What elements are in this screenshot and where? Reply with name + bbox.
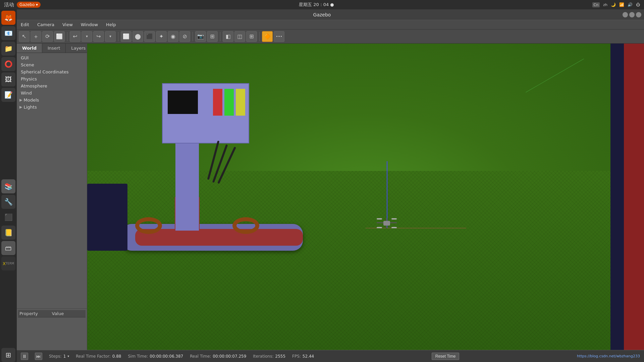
tree-item-lights[interactable]: ▶ Lights — [17, 104, 87, 111]
tree-item-gui-label: GUI — [21, 55, 29, 60]
tree-item-spherical-label: Spherical Coordinates — [21, 69, 69, 74]
dock-icon-grid[interactable]: ⊞ — [1, 348, 15, 362]
steps-dropdown[interactable]: ▾ — [67, 354, 69, 358]
right-structure-red — [624, 44, 644, 362]
lang-cn[interactable]: Cn — [592, 2, 600, 7]
toolbar-undo-btn[interactable]: ↩ — [70, 31, 80, 42]
menu-edit[interactable]: Edit — [17, 21, 33, 28]
toolbar-transform1-btn[interactable]: ◧ — [223, 31, 233, 42]
app-menu-icon[interactable]: Gazebo ▾ — [17, 2, 41, 8]
tree-item-atmosphere-label: Atmosphere — [21, 83, 47, 88]
menu-help[interactable]: Help — [102, 21, 120, 28]
drone-rotor-4 — [391, 227, 397, 228]
reset-time-button[interactable]: Reset Time — [432, 353, 460, 360]
volume-icon[interactable]: 🔊 — [628, 2, 633, 7]
status-bar: ⏸ ⏭ Steps: 1 ▾ Real Time Factor: 0.88 Si… — [17, 350, 644, 362]
toolbar: ↖ + ⟳ ⬜ ↩ ▾ ↪ ▾ ⬜ ⬤ ⬛ ✦ ◉ ⊘ 📷 ⊞ ◧ ◫ ⊞ 🔶 … — [17, 29, 644, 44]
url-link[interactable]: https://blog.csdn.net/wbzhang233 — [577, 354, 640, 358]
toolbar-camera-btn[interactable]: 📷 — [195, 31, 206, 42]
toolbar-transform2-btn[interactable]: ◫ — [234, 31, 245, 42]
dark-box-left — [87, 184, 127, 251]
pause-button[interactable]: ⏸ — [21, 353, 28, 360]
tab-world[interactable]: World — [17, 44, 42, 53]
dock-icon-files[interactable]: 📁 — [1, 42, 15, 56]
tree-item-physics[interactable]: Physics — [17, 75, 87, 82]
dock-icon-xterm[interactable]: XTERM — [1, 256, 15, 270]
theme-icon[interactable]: 🌙 — [611, 2, 616, 7]
rtf-value: 0.88 — [112, 354, 121, 359]
gas-station-display-unit — [162, 83, 249, 143]
tree-item-models[interactable]: ▶ Models — [17, 97, 87, 104]
dock-icon-terminal[interactable]: ⬛ — [1, 210, 15, 224]
toolbar-redo-btn[interactable]: ↪ — [93, 31, 104, 42]
viewport-3d[interactable] — [87, 44, 644, 362]
menu-view[interactable]: View — [58, 21, 77, 28]
realtime-item: Real Time: 00:00:00:07.259 — [190, 354, 246, 359]
steps-label: Steps: — [49, 354, 62, 359]
minimize-button[interactable] — [623, 12, 628, 17]
toolbar-grid-btn[interactable]: ⊞ — [207, 31, 218, 42]
dock-icon-wrench[interactable]: 🔧 — [1, 195, 15, 209]
toolbar-box-btn[interactable]: ⬜ — [121, 31, 131, 42]
toolbar-sphere-btn[interactable]: ⬤ — [132, 31, 143, 42]
power-icon[interactable]: ⏻ — [636, 2, 640, 7]
right-structure — [610, 44, 644, 362]
toolbar-extra-btn[interactable]: ••• — [274, 31, 284, 42]
network-icon[interactable]: 📶 — [619, 2, 624, 7]
panel-yellow — [236, 89, 245, 116]
dock-icon-stack[interactable]: 🗃 — [1, 241, 15, 255]
toolbar-transform3-btn[interactable]: ⊞ — [246, 31, 257, 42]
tab-insert[interactable]: Insert — [42, 44, 66, 53]
toolbar-mesh-btn[interactable]: ⊘ — [179, 31, 190, 42]
dock-icon-settings[interactable]: ⭕ — [1, 57, 15, 71]
activities-icon[interactable]: 活动 — [4, 2, 14, 8]
toolbar-cylinder-btn[interactable]: ⬛ — [144, 31, 155, 42]
realtime-value: 00:00:00:07.259 — [213, 354, 246, 359]
gas-station-model — [115, 83, 310, 251]
drone-rotor-1 — [377, 218, 382, 220]
property-col-header: Property — [19, 311, 52, 316]
lights-arrow-icon: ▶ — [19, 105, 22, 109]
clock-text: 星期五 20：04 ● — [299, 2, 334, 7]
gas-station-platform-red — [135, 229, 303, 246]
toolbar-pointcloud-btn[interactable]: ◉ — [168, 31, 178, 42]
toolbar-rotate-btn[interactable]: ⟳ — [42, 31, 53, 42]
lang-zh[interactable]: zh — [603, 3, 607, 7]
tree-item-atmosphere[interactable]: Atmosphere — [17, 82, 87, 89]
menu-window[interactable]: Window — [77, 21, 102, 28]
toolbar-add-btn[interactable]: + — [31, 31, 41, 42]
tree-item-lights-label: Lights — [23, 105, 37, 110]
toolbar-light-btn[interactable]: ✦ — [156, 31, 167, 42]
tree-item-spherical[interactable]: Spherical Coordinates — [17, 68, 87, 75]
close-button[interactable] — [636, 12, 641, 17]
dock-icon-firefox[interactable]: 🦊 — [1, 11, 15, 25]
ring-right — [232, 217, 259, 234]
menu-camera[interactable]: Camera — [33, 21, 58, 28]
window-controls[interactable] — [623, 12, 641, 17]
main-content: World Insert Layers GUI Scene Spherical … — [17, 44, 644, 362]
tree-item-gui[interactable]: GUI — [17, 54, 87, 61]
dock-icon-image[interactable]: 🖼 — [1, 72, 15, 86]
maximize-button[interactable] — [629, 12, 635, 17]
toolbar-redo-dropdown-btn[interactable]: ▾ — [105, 31, 116, 42]
simtime-value: 00:00:00:06.387 — [150, 354, 183, 359]
dock-icon-notes[interactable]: 📒 — [1, 226, 15, 240]
toolbar-highlight-btn[interactable]: 🔶 — [262, 31, 273, 42]
steps-value: 1 — [63, 354, 66, 359]
panel-green — [224, 89, 234, 116]
dock-icon-document[interactable]: 📝 — [1, 88, 15, 102]
simtime-item: Sim Time: 00:00:00:06.387 — [128, 354, 183, 359]
steps-item: Steps: 1 ▾ — [49, 354, 69, 359]
toolbar-select-btn[interactable]: ↖ — [19, 31, 30, 42]
tree-item-scene[interactable]: Scene — [17, 61, 87, 68]
toolbar-scale-btn[interactable]: ⬜ — [54, 31, 65, 42]
app-title: Gazebo — [313, 12, 331, 17]
dock-icon-mail[interactable]: 📧 — [1, 26, 15, 40]
tree-item-wind[interactable]: Wind — [17, 89, 87, 97]
dock-icon-books[interactable]: 📚 — [1, 179, 15, 193]
property-header: Property Value — [18, 310, 86, 317]
toolbar-dropdown-btn[interactable]: ▾ — [82, 31, 92, 42]
tree-panel: GUI Scene Spherical Coordinates Physics … — [17, 53, 87, 308]
step-forward-button[interactable]: ⏭ — [35, 353, 42, 360]
menu-bar: File Edit Camera View Window Help — [0, 20, 644, 29]
